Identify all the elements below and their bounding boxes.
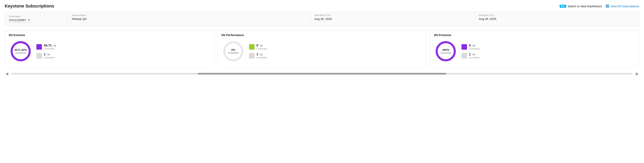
- svg-rect-2: [606, 7, 609, 8]
- consumed-lbl-dii-extreme: Consumed: [44, 48, 56, 50]
- donut-consumed-lbl-dii-extreme: Consumed: [14, 52, 27, 54]
- consumed-val-dii-performance: 0 TiB: [256, 44, 267, 47]
- view-all-label: View All Subscriptions: [610, 5, 639, 8]
- scroll-left-arrow[interactable]: ◀: [5, 72, 9, 76]
- service-card-dii-premium: DII Premium 400% Consumed 4 TiB Consumed: [430, 30, 639, 67]
- legend-consumed-dii-extreme: 44.71 TiB Consumed: [36, 44, 56, 50]
- svg-rect-1: [606, 6, 609, 7]
- consumed-swatch-dii-performance: [249, 44, 254, 50]
- donut-pct-dii-premium: 400%: [440, 48, 451, 52]
- service-card-dii-performance: DII Performance 0% Consumed 0 TiB Consum…: [217, 30, 427, 67]
- switch-btn-label: Switch to New Dashboard: [568, 5, 602, 8]
- new-badge: New: [560, 5, 566, 8]
- card-body-dii-premium: 400% Consumed 4 TiB Consumed 1 TiB Co: [434, 39, 635, 63]
- legend-committed-dii-extreme: 1 TiB Committed: [36, 53, 56, 59]
- scroll-right-arrow[interactable]: ▶: [635, 72, 639, 76]
- start-date-section: Start Date (UTC) Aug 26, 2024: [310, 12, 475, 26]
- committed-lbl-dii-premium: Committed: [469, 56, 479, 59]
- donut-consumed-lbl-dii-premium: Consumed: [440, 52, 451, 54]
- start-date-label: Start Date (UTC): [314, 14, 471, 16]
- service-title-dii-extreme: DII Extreme: [9, 33, 210, 37]
- svg-rect-0: [606, 5, 609, 5]
- service-card-dii-extreme: DII Extreme 4471.42% Consumed 44.71 TiB …: [5, 30, 214, 67]
- end-date-value: Aug 26, 2025: [479, 17, 635, 21]
- donut-chart-dii-premium: 400% Consumed: [434, 39, 458, 63]
- scrollbar-track[interactable]: [12, 73, 632, 75]
- service-title-dii-performance: DII Performance: [222, 33, 423, 37]
- legend-committed-dii-performance: 1 TiB Committed: [249, 53, 267, 59]
- subscription-bar: Subscription XXX1234567 ▼ Account Name: …: [5, 12, 639, 26]
- consumed-val-dii-extreme: 44.71 TiB: [44, 44, 56, 47]
- page-wrapper: Keystone Subscriptions New Switch to New…: [0, 0, 644, 163]
- dropdown-arrow-icon[interactable]: ▼: [28, 19, 30, 22]
- donut-label-dii-extreme: 4471.42% Consumed: [14, 48, 27, 54]
- legend-consumed-dii-performance: 0 TiB Consumed: [249, 44, 267, 50]
- consumed-val-dii-premium: 4 TiB: [469, 44, 479, 47]
- switch-to-new-dashboard-button[interactable]: New Switch to New Dashboard: [560, 5, 602, 8]
- legend-dii-premium: 4 TiB Consumed 1 TiB Committed: [462, 44, 479, 59]
- service-title-dii-premium: DII Premium: [434, 33, 635, 37]
- subscription-label: Subscription: [9, 15, 30, 18]
- legend-committed-dii-premium: 1 TiB Committed: [462, 53, 479, 59]
- account-name-value: NetApp QA: [72, 17, 306, 21]
- committed-swatch-dii-extreme: [36, 53, 42, 59]
- consumed-swatch-dii-premium: [462, 44, 467, 50]
- list-icon: [606, 5, 609, 8]
- committed-val-dii-extreme: 1 TiB: [44, 53, 54, 56]
- donut-label-dii-performance: 0% Consumed: [228, 48, 238, 54]
- committed-lbl-dii-extreme: Committed: [44, 56, 54, 59]
- card-body-dii-performance: 0% Consumed 0 TiB Consumed 1 TiB Comm: [222, 39, 423, 63]
- committed-swatch-dii-premium: [462, 53, 467, 59]
- donut-pct-dii-performance: 0%: [228, 48, 238, 52]
- list-svg: [606, 5, 609, 8]
- donut-chart-dii-performance: 0% Consumed: [222, 39, 245, 63]
- committed-val-dii-performance: 1 TiB: [256, 53, 267, 56]
- committed-val-dii-premium: 1 TiB: [469, 53, 479, 56]
- subscription-dropdown-section: Subscription XXX1234567 ▼: [5, 12, 68, 26]
- consumed-lbl-dii-performance: Consumed: [256, 48, 267, 50]
- account-name-label: Account Name:: [72, 14, 306, 16]
- end-date-section: End Date (UTC) Aug 26, 2025: [475, 12, 639, 26]
- donut-pct-dii-extreme: 4471.42%: [14, 48, 27, 52]
- end-date-label: End Date (UTC): [479, 14, 635, 16]
- donut-consumed-lbl-dii-performance: Consumed: [228, 52, 238, 54]
- consumed-lbl-dii-premium: Consumed: [469, 48, 479, 50]
- account-name-section: Account Name: NetApp QA: [68, 12, 310, 26]
- view-all-subscriptions-button[interactable]: View All Subscriptions: [606, 5, 639, 8]
- donut-chart-dii-extreme: 4471.42% Consumed: [9, 39, 32, 63]
- scroll-area: ◀ ▶: [5, 72, 639, 76]
- legend-dii-extreme: 44.71 TiB Consumed 1 TiB Committed: [36, 44, 56, 59]
- page-title: Keystone Subscriptions: [5, 4, 54, 9]
- start-date-value: Aug 26, 2024: [314, 17, 471, 21]
- scrollbar-thumb: [198, 73, 446, 75]
- cards-row: DII Extreme 4471.42% Consumed 44.71 TiB …: [5, 30, 639, 67]
- header-actions: New Switch to New Dashboard View All Sub…: [560, 5, 639, 8]
- committed-lbl-dii-performance: Committed: [256, 56, 267, 59]
- legend-dii-performance: 0 TiB Consumed 1 TiB Committed: [249, 44, 267, 59]
- card-body-dii-extreme: 4471.42% Consumed 44.71 TiB Consumed 1 T…: [9, 39, 210, 63]
- header-row: Keystone Subscriptions New Switch to New…: [5, 4, 639, 9]
- subscription-value: XXX1234567: [9, 18, 26, 22]
- consumed-swatch-dii-extreme: [36, 44, 42, 50]
- legend-consumed-dii-premium: 4 TiB Consumed: [462, 44, 479, 50]
- committed-swatch-dii-performance: [249, 53, 254, 59]
- donut-label-dii-premium: 400% Consumed: [440, 48, 451, 54]
